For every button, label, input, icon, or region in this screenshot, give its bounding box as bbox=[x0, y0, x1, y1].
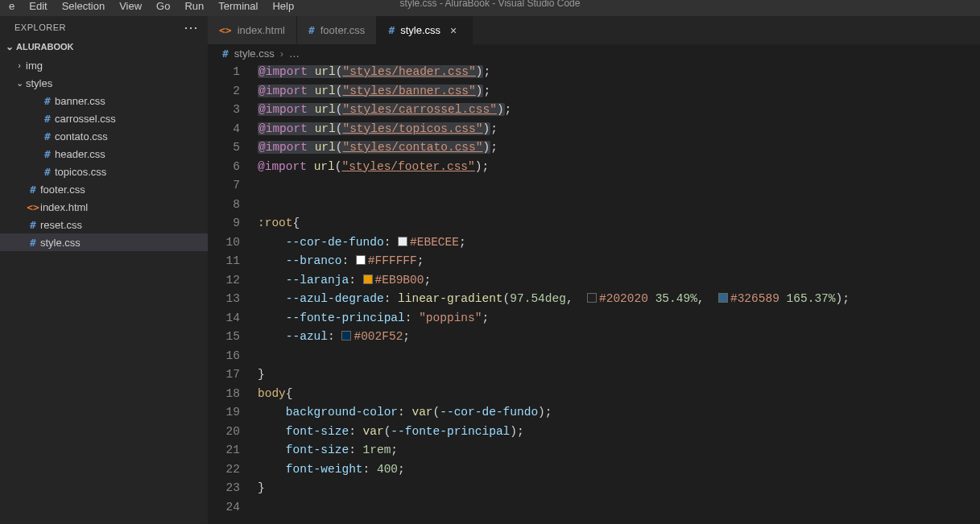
tree-item-index-html[interactable]: <>index.html bbox=[0, 198, 208, 216]
menu-help[interactable]: Help bbox=[265, 0, 301, 13]
file-icon: # bbox=[40, 113, 55, 125]
chevron-icon: › bbox=[13, 60, 26, 70]
file-icon: <> bbox=[26, 201, 40, 213]
menu-run[interactable]: Run bbox=[177, 0, 211, 13]
editor-area: <>index.html#footer.css#style.css× # sty… bbox=[208, 16, 980, 524]
tree-item-header-css[interactable]: #header.css bbox=[0, 145, 208, 163]
breadcrumb-rest: … bbox=[289, 47, 300, 60]
file-icon: # bbox=[308, 24, 315, 36]
tab-footer-css[interactable]: #footer.css bbox=[297, 16, 377, 44]
menubar: eEditSelectionViewGoRunTerminalHelp bbox=[0, 0, 301, 13]
close-icon[interactable]: × bbox=[446, 24, 461, 37]
explorer-title: EXPLORER bbox=[14, 23, 66, 32]
explorer-section[interactable]: ⌄ ALURABOOK bbox=[0, 39, 208, 55]
tab-index-html[interactable]: <>index.html bbox=[208, 16, 297, 44]
breadcrumb-file: style.css bbox=[234, 47, 275, 60]
hash-icon: # bbox=[222, 47, 229, 60]
window-title: style.css - AluraBook - Visual Studio Co… bbox=[400, 0, 581, 9]
file-icon: # bbox=[26, 184, 40, 196]
tree-item-styles[interactable]: ⌄styles bbox=[0, 74, 208, 92]
chevron-icon: ⌄ bbox=[13, 78, 26, 89]
tree-label: topicos.css bbox=[55, 166, 106, 178]
tree-item-topicos-css[interactable]: #topicos.css bbox=[0, 163, 208, 180]
tab-style-css[interactable]: #style.css× bbox=[377, 16, 473, 44]
menu-e[interactable]: e bbox=[2, 0, 22, 13]
menu-terminal[interactable]: Terminal bbox=[211, 0, 265, 13]
file-tree: ›img⌄styles#banner.css#carrossel.css#con… bbox=[0, 55, 208, 251]
code-content[interactable]: @import url("styles/header.css"); @impor… bbox=[258, 63, 980, 524]
tree-label: banner.css bbox=[55, 95, 105, 107]
file-icon: # bbox=[26, 237, 40, 249]
tree-label: footer.css bbox=[40, 184, 85, 196]
menu-edit[interactable]: Edit bbox=[22, 0, 54, 13]
section-label: ALURABOOK bbox=[16, 42, 74, 52]
tree-label: header.css bbox=[55, 148, 105, 160]
explorer-more-icon[interactable]: ⋯ bbox=[184, 24, 199, 31]
code-editor[interactable]: 123456789101112131415161718192021222324 … bbox=[208, 63, 980, 524]
tree-item-contato-css[interactable]: #contato.css bbox=[0, 127, 208, 145]
tabbar: <>index.html#footer.css#style.css× bbox=[208, 16, 980, 44]
chevron-right-icon: › bbox=[280, 47, 283, 60]
explorer-sidebar: EXPLORER ⋯ ⌄ ALURABOOK ›img⌄styles#banne… bbox=[0, 16, 208, 524]
tree-item-reset-css[interactable]: #reset.css bbox=[0, 216, 208, 233]
tree-label: contato.css bbox=[55, 130, 108, 142]
titlebar: eEditSelectionViewGoRunTerminalHelp styl… bbox=[0, 0, 980, 16]
tree-label: carrossel.css bbox=[55, 113, 116, 125]
line-gutter: 123456789101112131415161718192021222324 bbox=[208, 63, 258, 524]
tree-label: index.html bbox=[40, 201, 88, 213]
file-icon: # bbox=[40, 148, 55, 160]
tree-item-img[interactable]: ›img bbox=[0, 56, 208, 74]
file-icon: # bbox=[40, 130, 55, 142]
breadcrumbs[interactable]: # style.css › … bbox=[208, 44, 980, 63]
file-icon: # bbox=[388, 24, 395, 36]
file-icon: # bbox=[40, 95, 55, 107]
tree-label: reset.css bbox=[40, 219, 82, 231]
tree-item-carrossel-css[interactable]: #carrossel.css bbox=[0, 109, 208, 127]
tree-label: style.css bbox=[40, 237, 81, 249]
tab-label: index.html bbox=[238, 24, 285, 36]
file-icon: # bbox=[26, 219, 40, 231]
tree-item-style-css[interactable]: #style.css bbox=[0, 233, 208, 251]
tree-item-banner-css[interactable]: #banner.css bbox=[0, 92, 208, 109]
tab-label: style.css bbox=[400, 24, 440, 36]
file-icon: # bbox=[40, 166, 55, 178]
file-icon: <> bbox=[219, 24, 232, 36]
chevron-down-icon: ⌄ bbox=[3, 41, 16, 52]
menu-go[interactable]: Go bbox=[149, 0, 177, 13]
tree-label: img bbox=[26, 60, 43, 72]
menu-view[interactable]: View bbox=[112, 0, 149, 13]
tab-label: footer.css bbox=[320, 24, 366, 36]
menu-selection[interactable]: Selection bbox=[55, 0, 112, 13]
tree-label: styles bbox=[26, 77, 52, 89]
tree-item-footer-css[interactable]: #footer.css bbox=[0, 180, 208, 198]
